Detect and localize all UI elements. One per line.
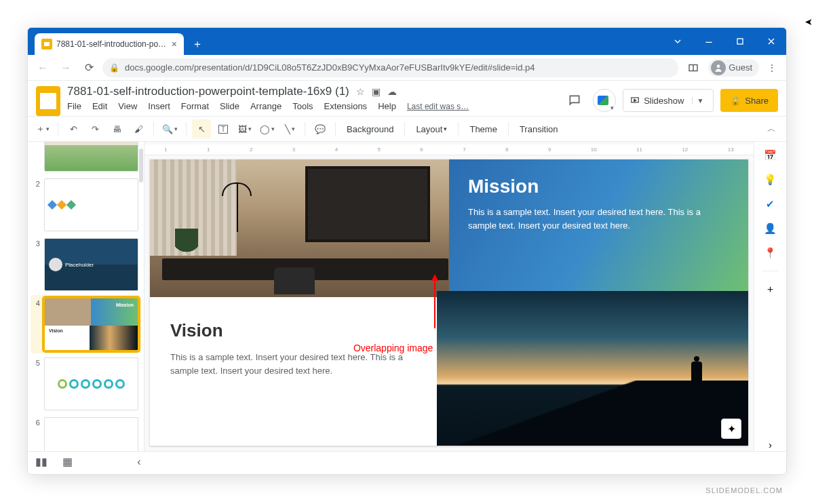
collapse-filmstrip-icon[interactable]: ‹ <box>132 455 146 469</box>
new-slide-button[interactable]: ＋▾ <box>33 119 52 138</box>
slide-thumbnail-3[interactable]: Placeholder <box>44 238 138 291</box>
menu-extensions[interactable]: Extensions <box>324 101 368 111</box>
line-tool[interactable]: ╲▾ <box>280 119 299 138</box>
annotation-label: Overlapping image <box>353 343 433 353</box>
svg-point-6 <box>717 64 720 68</box>
document-title[interactable]: 7881-01-self-introduction-powerpoint-tem… <box>67 85 349 98</box>
move-icon[interactable]: ▣ <box>372 86 381 97</box>
tab-title: 7881-01-self-introduction-powe <box>56 39 168 49</box>
reload-button[interactable]: ⟳ <box>79 58 98 77</box>
thumb-number: 4 <box>33 298 40 307</box>
slide-thumbnail-1[interactable] <box>44 142 138 172</box>
menu-arrange[interactable]: Arrange <box>250 101 282 111</box>
calendar-icon[interactable]: 📅 <box>764 149 777 162</box>
redo-button[interactable]: ↷ <box>85 119 104 138</box>
lock-icon: 🔒 <box>109 63 119 73</box>
slide-canvas[interactable]: Mission This is a sample text. Insert yo… <box>150 159 748 446</box>
titlebar: 7881-01-self-introduction-powe × ＋ <box>28 28 786 55</box>
slide-thumbnail-panel[interactable]: 2 3 Placeholder 4 5 6 <box>28 142 144 451</box>
menu-bar: File Edit View Insert Format Slide Arran… <box>67 101 556 111</box>
svg-marker-8 <box>634 99 636 102</box>
grid-view-icon[interactable]: ▦ <box>60 455 74 469</box>
lock-icon: 🔒 <box>730 96 741 106</box>
minimize-button[interactable] <box>694 28 724 55</box>
menu-help[interactable]: Help <box>378 101 396 111</box>
profile-chip[interactable]: Guest <box>708 59 759 77</box>
forward-button[interactable]: → <box>56 58 75 77</box>
work-area: 2 3 Placeholder 4 5 6 1123456789101 <box>28 142 786 451</box>
paint-format-button[interactable]: 🖌 <box>129 119 148 138</box>
chevron-down-icon[interactable] <box>663 28 693 55</box>
layout-button[interactable]: Layout▾ <box>410 119 452 138</box>
background-button[interactable]: Background <box>341 119 399 138</box>
share-label: Share <box>745 96 769 106</box>
side-panel: ➤ 📅 💡 ✔ 👤 📍 ＋ › <box>754 142 786 451</box>
zoom-button[interactable]: 🔍▾ <box>159 119 180 138</box>
tasks-icon[interactable]: ✔ <box>764 197 777 211</box>
menu-file[interactable]: File <box>67 101 81 111</box>
slide-thumbnail-5[interactable] <box>44 357 138 410</box>
textbox-tool[interactable]: T <box>214 119 233 138</box>
hide-side-panel-icon[interactable]: › <box>764 438 777 451</box>
meet-button[interactable] <box>593 89 616 112</box>
mission-block[interactable]: Mission This is a sample text. Insert yo… <box>449 159 748 291</box>
filmstrip-view-icon[interactable]: ▮▮ <box>35 455 48 469</box>
mission-title: Mission <box>468 176 729 197</box>
slideshow-button[interactable]: Slideshow ▼ <box>623 89 714 112</box>
select-tool[interactable]: ↖ <box>192 119 211 138</box>
comments-button[interactable] <box>563 89 586 112</box>
menu-tools[interactable]: Tools <box>292 101 313 111</box>
guest-label: Guest <box>729 62 752 73</box>
share-button[interactable]: 🔒 Share <box>720 89 778 112</box>
maximize-button[interactable] <box>725 28 755 55</box>
menu-slide[interactable]: Slide <box>220 101 239 111</box>
horizontal-ruler: 112345678910111213 <box>144 144 754 155</box>
office-image[interactable] <box>150 159 461 297</box>
thumb-number: 2 <box>33 178 40 188</box>
close-window-button[interactable] <box>756 28 786 55</box>
back-button[interactable]: ← <box>33 58 52 77</box>
canvas-area: 112345678910111213 Mission This is a sam… <box>144 142 754 451</box>
thumb-number: 6 <box>33 417 40 427</box>
close-tab-icon[interactable]: × <box>172 39 177 50</box>
slide-thumbnail-6[interactable] <box>44 417 138 451</box>
new-tab-button[interactable]: ＋ <box>188 35 207 54</box>
browser-tab[interactable]: 7881-01-self-introduction-powe × <box>35 33 184 55</box>
scrollbar[interactable] <box>139 149 143 182</box>
image-tool[interactable]: 🖼▾ <box>235 119 254 138</box>
explore-button[interactable]: ✦ <box>721 419 741 439</box>
toolbar: ＋▾ ↶ ↷ 🖶 🖌 🔍▾ ↖ T 🖼▾ ◯▾ ╲▾ 💬 Background … <box>28 116 786 142</box>
browser-menu-button[interactable]: ⋮ <box>763 62 781 73</box>
url-bar-row: ← → ⟳ 🔒 docs.google.com/presentation/d/1… <box>28 55 786 81</box>
menu-view[interactable]: View <box>118 101 137 111</box>
add-addon-icon[interactable]: ＋ <box>764 282 777 296</box>
slide-thumbnail-2[interactable] <box>44 178 138 231</box>
contacts-icon[interactable]: 👤 <box>764 222 777 235</box>
collapse-toolbar-button[interactable]: ︿ <box>762 119 781 138</box>
menu-insert[interactable]: Insert <box>148 101 170 111</box>
slideshow-label: Slideshow <box>644 96 684 106</box>
slides-favicon-icon <box>41 39 52 50</box>
reading-list-icon[interactable] <box>682 57 704 79</box>
maps-icon[interactable]: 📍 <box>764 246 777 260</box>
theme-button[interactable]: Theme <box>464 119 502 138</box>
slides-logo-icon[interactable] <box>36 86 60 116</box>
vision-body: This is a sample text. Insert your desir… <box>170 351 416 377</box>
print-button[interactable]: 🖶 <box>107 119 126 138</box>
shape-tool[interactable]: ◯▾ <box>257 119 277 138</box>
menu-edit[interactable]: Edit <box>92 101 107 111</box>
slideshow-dropdown[interactable]: ▼ <box>692 97 708 104</box>
comment-tool[interactable]: 💬 <box>311 119 330 138</box>
last-edit-link[interactable]: Last edit was s… <box>407 102 469 111</box>
address-bar[interactable]: 🔒 docs.google.com/presentation/d/1D9CiL0… <box>102 58 678 77</box>
keep-icon[interactable]: 💡 <box>764 173 777 187</box>
cloud-saved-icon[interactable]: ☁ <box>387 86 397 97</box>
transition-button[interactable]: Transition <box>514 119 564 138</box>
slide-thumbnail-4[interactable] <box>44 298 138 351</box>
star-icon[interactable]: ☆ <box>356 86 365 97</box>
url-text: docs.google.com/presentation/d/1D9CiL08o… <box>125 62 535 73</box>
annotation-arrow <box>431 274 438 328</box>
undo-button[interactable]: ↶ <box>64 119 83 138</box>
menu-format[interactable]: Format <box>181 101 209 111</box>
sunset-image[interactable] <box>437 291 748 446</box>
